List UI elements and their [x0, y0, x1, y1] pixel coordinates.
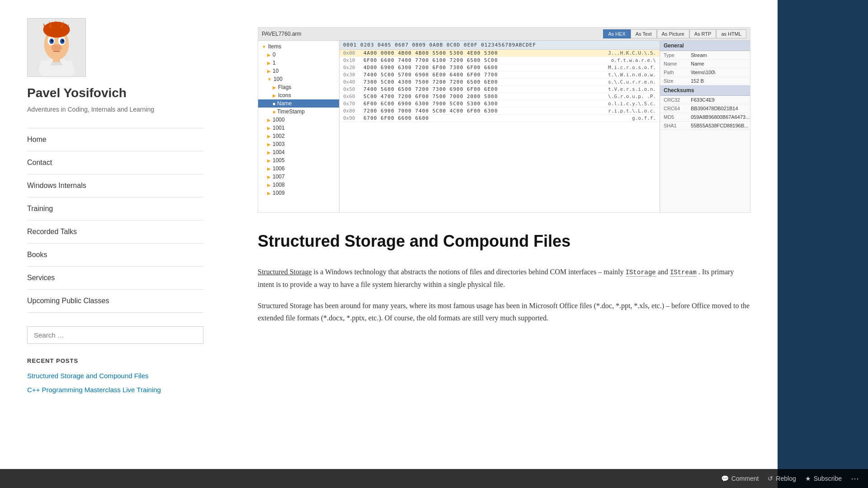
right-panel: [778, 0, 868, 488]
tree-1[interactable]: ▶ 1: [258, 59, 339, 67]
nav-item-upcoming-classes[interactable]: Upcoming Public Classes: [27, 290, 203, 313]
recent-post-1[interactable]: Structured Storage and Compound Files: [27, 371, 203, 380]
folder-icon: ▶: [267, 183, 271, 188]
tree-10[interactable]: ▶ 10: [258, 67, 339, 75]
nav-item-services[interactable]: Services: [27, 267, 203, 290]
tree-1000[interactable]: ▶ 1000: [258, 116, 339, 124]
checksums-section-header: Checksums: [660, 85, 750, 96]
hex-row-8: 0x80 7200 6900 7000 7400 5C00 4C00 6F00 …: [340, 108, 660, 115]
tree-1001[interactable]: ▶ 1001: [258, 124, 339, 132]
tree-label: 10: [273, 68, 278, 74]
site-title: Pavel Yosifovich: [27, 86, 127, 100]
hex-row-4: 0x40 7300 5C00 4300 7500 7200 7200 6500 …: [340, 79, 660, 86]
article-paragraph-1: Structured Storage is a Windows technolo…: [258, 266, 750, 291]
tree-label: 1005: [273, 157, 285, 164]
file-icon: ■: [273, 101, 275, 106]
folder-icon: ▶: [267, 158, 271, 163]
article-title: Structured Storage and Compound Files: [258, 231, 750, 252]
tree-items[interactable]: ▼ Items: [258, 42, 339, 51]
comment-label: Comment: [731, 475, 759, 482]
structured-storage-link[interactable]: Structured Storage: [258, 268, 312, 276]
general-section-header: General: [660, 41, 750, 51]
tree-flags[interactable]: ▶ Flags: [258, 83, 339, 91]
folder-icon: ▶: [267, 191, 271, 196]
sidebar: Pavel Yosifovich Adventures in Coding, I…: [0, 0, 231, 488]
istream-code: IStream: [670, 269, 697, 277]
folder-icon: ▶: [273, 85, 276, 90]
info-path: Path \Items\100\: [660, 68, 750, 77]
tree-1002[interactable]: ▶ 1002: [258, 132, 339, 140]
search-input[interactable]: [27, 326, 203, 344]
tree-100[interactable]: ▼ 100: [258, 75, 339, 83]
istorage-code: IStorage: [626, 269, 656, 277]
bottom-bar: 💬 Comment ↺ Reblog ★ Subscribe ⋯: [0, 469, 868, 488]
tree-label: 1007: [273, 174, 285, 180]
tree-icons[interactable]: ▶ Icons: [258, 91, 339, 99]
recent-post-2[interactable]: C++ Programming Masterclass Live Trainin…: [27, 385, 203, 394]
viewer-tree[interactable]: ▼ Items ▶ 0 ▶ 1 ▶ 10 ▼ 100: [258, 41, 340, 212]
tree-1007[interactable]: ▶ 1007: [258, 173, 339, 181]
nav-item-recorded-talks[interactable]: Recorded Talks: [27, 221, 203, 244]
search-container: [27, 326, 203, 344]
folder-icon: ▶: [267, 166, 271, 171]
tab-as-rtp[interactable]: As RTP: [689, 29, 717, 38]
viewer-tabs: As HEX As Text As Picture As RTP as HTML: [603, 29, 746, 38]
nav-item-contact[interactable]: Contact: [27, 151, 203, 174]
hex-row-9: 0x90 6700 6F00 6600 6600 g.o.f.f.: [340, 115, 660, 122]
viewer-title: PAVEL7760.arm: [262, 31, 601, 37]
recent-posts-heading: RECENT POSTS: [27, 357, 203, 364]
subscribe-button[interactable]: ★ Subscribe: [805, 475, 842, 482]
folder-icon: ▶: [267, 52, 271, 57]
tree-label: 1000: [273, 117, 285, 123]
article-text-1a: is a Windows technology that abstracts t…: [314, 268, 626, 276]
tree-label: 1001: [273, 125, 285, 131]
tab-as-hex[interactable]: As HEX: [603, 29, 631, 38]
tree-label: 0: [273, 52, 276, 58]
info-md5: MD5 059A8B96800B67A6473...: [660, 113, 750, 122]
hex-row-1: 0x10 6F00 6600 7400 7700 6100 7200 6500 …: [340, 57, 660, 64]
viewer-body: ▼ Items ▶ 0 ▶ 1 ▶ 10 ▼ 100: [258, 41, 750, 212]
info-sha1: SHA1 55B55A538FCD88196B...: [660, 122, 750, 130]
recent-posts-section: RECENT POSTS Structured Storage and Comp…: [27, 357, 203, 399]
more-options-button[interactable]: ⋯: [851, 474, 859, 483]
tree-label: Items: [268, 43, 281, 50]
tree-0[interactable]: ▶ 0: [258, 51, 339, 59]
comment-button[interactable]: 💬 Comment: [721, 475, 759, 482]
subscribe-label: Subscribe: [814, 475, 842, 482]
tab-as-text[interactable]: As Text: [631, 29, 657, 38]
tab-as-picture[interactable]: As Picture: [657, 29, 689, 38]
avatar: [27, 18, 86, 77]
tab-as-html[interactable]: as HTML: [716, 29, 746, 38]
tree-label: 1008: [273, 182, 285, 188]
nav-item-books[interactable]: Books: [27, 244, 203, 267]
svg-point-12: [51, 44, 62, 52]
nav-item-home[interactable]: Home: [27, 128, 203, 151]
file-icon: ■: [273, 109, 275, 114]
article-text-1b: and: [658, 268, 670, 276]
nav-item-training[interactable]: Training: [27, 197, 203, 221]
nav-item-windows-internals[interactable]: Windows Internals: [27, 174, 203, 197]
tree-1004[interactable]: ▶ 1004: [258, 148, 339, 156]
tree-1006[interactable]: ▶ 1006: [258, 164, 339, 173]
folder-icon: ▼: [262, 44, 266, 49]
tree-1008[interactable]: ▶ 1008: [258, 181, 339, 189]
tree-label: Name: [277, 100, 292, 107]
tree-1005[interactable]: ▶ 1005: [258, 156, 339, 164]
site-description: Adventures in Coding, Internals and Lear…: [27, 105, 154, 114]
tree-label: 1003: [273, 141, 285, 147]
tree-name[interactable]: ■ Name: [258, 99, 339, 108]
hex-row-6: 0x60 5C00 4700 7200 6F00 7500 7000 2000 …: [340, 93, 660, 100]
avatar-container: [27, 18, 86, 77]
hex-row-3: 0x30 7400 5C00 5700 6900 6E00 6400 6F00 …: [340, 71, 660, 79]
tree-1009[interactable]: ▶ 1009: [258, 189, 339, 197]
info-name: Name Name: [660, 60, 750, 68]
reblog-icon: ↺: [768, 475, 773, 482]
reblog-button[interactable]: ↺ Reblog: [768, 475, 796, 482]
tree-label: Icons: [278, 92, 291, 99]
tree-timestamp[interactable]: ■ TimeStamp: [258, 108, 339, 116]
viewer-toolbar: PAVEL7760.arm As HEX As Text As Picture …: [258, 28, 750, 41]
svg-point-11: [62, 40, 64, 42]
tree-label: 1: [273, 60, 276, 66]
tree-label: Flags: [278, 84, 291, 90]
tree-1003[interactable]: ▶ 1003: [258, 140, 339, 148]
